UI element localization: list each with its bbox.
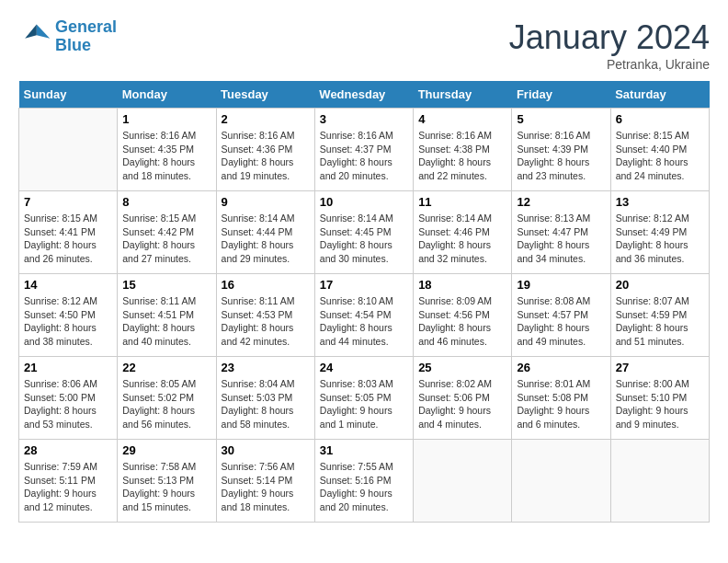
day-number: 27 (616, 361, 704, 374)
day-info: Sunrise: 8:11 AMSunset: 4:51 PMDaylight:… (122, 294, 210, 349)
calendar-cell: 31Sunrise: 7:55 AMSunset: 5:16 PMDayligh… (314, 440, 413, 523)
calendar-cell: 8Sunrise: 8:15 AMSunset: 4:42 PMDaylight… (118, 191, 216, 274)
day-info: Sunrise: 8:03 AMSunset: 5:05 PMDaylight:… (320, 377, 408, 431)
day-number: 25 (418, 361, 506, 374)
calendar-cell: 28Sunrise: 7:59 AMSunset: 5:11 PMDayligh… (19, 440, 118, 523)
svg-marker-1 (25, 24, 37, 38)
calendar-header: SundayMondayTuesdayWednesdayThursdayFrid… (19, 81, 710, 109)
day-number: 19 (517, 278, 605, 292)
logo-line1: General (55, 17, 117, 36)
logo: General Blue (18, 18, 117, 55)
calendar-cell: 22Sunrise: 8:05 AMSunset: 5:02 PMDayligh… (118, 357, 216, 440)
day-info: Sunrise: 8:07 AMSunset: 4:59 PMDaylight:… (616, 294, 704, 349)
day-number: 23 (222, 361, 310, 374)
calendar-cell: 12Sunrise: 8:13 AMSunset: 4:47 PMDayligh… (512, 191, 610, 274)
day-info: Sunrise: 8:14 AMSunset: 4:45 PMDaylight:… (320, 212, 408, 266)
calendar-cell: 18Sunrise: 8:09 AMSunset: 4:56 PMDayligh… (414, 274, 512, 357)
calendar-week-row: 28Sunrise: 7:59 AMSunset: 5:11 PMDayligh… (19, 440, 710, 523)
calendar-cell: 30Sunrise: 7:56 AMSunset: 5:14 PMDayligh… (216, 440, 314, 523)
day-info: Sunrise: 7:55 AMSunset: 5:16 PMDaylight:… (320, 460, 408, 514)
day-info: Sunrise: 8:14 AMSunset: 4:44 PMDaylight:… (222, 212, 310, 266)
calendar-week-row: 21Sunrise: 8:06 AMSunset: 5:00 PMDayligh… (19, 357, 710, 440)
title-block: January 2024 Petranka, Ukraine (509, 18, 710, 72)
day-number: 22 (122, 361, 210, 374)
day-info: Sunrise: 8:00 AMSunset: 5:10 PMDaylight:… (616, 377, 704, 431)
day-number: 30 (222, 443, 310, 457)
day-number: 11 (418, 195, 506, 209)
calendar-cell: 23Sunrise: 8:04 AMSunset: 5:03 PMDayligh… (216, 357, 314, 440)
day-number: 1 (122, 112, 210, 126)
day-number: 31 (320, 443, 408, 457)
weekday-header: Friday (512, 81, 610, 109)
day-info: Sunrise: 8:13 AMSunset: 4:47 PMDaylight:… (517, 212, 605, 266)
calendar-cell: 17Sunrise: 8:10 AMSunset: 4:54 PMDayligh… (314, 274, 413, 357)
calendar-table: SundayMondayTuesdayWednesdayThursdayFrid… (18, 81, 710, 523)
page-header: General Blue January 2024 Petranka, Ukra… (18, 18, 710, 72)
calendar-cell: 10Sunrise: 8:14 AMSunset: 4:45 PMDayligh… (314, 191, 413, 274)
svg-marker-0 (37, 24, 50, 38)
day-info: Sunrise: 7:56 AMSunset: 5:14 PMDaylight:… (222, 460, 310, 514)
calendar-cell: 5Sunrise: 8:16 AMSunset: 4:39 PMDaylight… (512, 109, 610, 191)
calendar-cell: 2Sunrise: 8:16 AMSunset: 4:36 PMDaylight… (216, 109, 314, 191)
day-number: 28 (24, 443, 112, 457)
calendar-cell: 13Sunrise: 8:12 AMSunset: 4:49 PMDayligh… (610, 191, 709, 274)
day-info: Sunrise: 8:09 AMSunset: 4:56 PMDaylight:… (418, 294, 506, 349)
day-info: Sunrise: 8:16 AMSunset: 4:39 PMDaylight:… (517, 129, 605, 183)
weekday-header-row: SundayMondayTuesdayWednesdayThursdayFrid… (19, 81, 710, 109)
weekday-header: Sunday (19, 81, 118, 109)
day-info: Sunrise: 8:10 AMSunset: 4:54 PMDaylight:… (320, 294, 408, 349)
day-number: 5 (517, 112, 605, 126)
day-number: 17 (320, 278, 408, 292)
weekday-header: Thursday (414, 81, 512, 109)
day-number: 7 (24, 195, 112, 209)
calendar-cell: 6Sunrise: 8:15 AMSunset: 4:40 PMDaylight… (610, 109, 709, 191)
calendar-cell: 29Sunrise: 7:58 AMSunset: 5:13 PMDayligh… (118, 440, 216, 523)
calendar-cell: 20Sunrise: 8:07 AMSunset: 4:59 PMDayligh… (610, 274, 709, 357)
calendar-cell: 11Sunrise: 8:14 AMSunset: 4:46 PMDayligh… (414, 191, 512, 274)
day-number: 6 (616, 112, 704, 126)
day-number: 14 (24, 278, 112, 292)
day-number: 29 (122, 443, 210, 457)
logo-icon (18, 20, 51, 53)
calendar-cell (19, 109, 118, 191)
calendar-cell: 27Sunrise: 8:00 AMSunset: 5:10 PMDayligh… (610, 357, 709, 440)
month-title: January 2024 (509, 18, 710, 57)
weekday-header: Saturday (610, 81, 709, 109)
day-info: Sunrise: 8:04 AMSunset: 5:03 PMDaylight:… (222, 377, 310, 431)
day-info: Sunrise: 8:16 AMSunset: 4:36 PMDaylight:… (222, 129, 310, 183)
day-info: Sunrise: 8:16 AMSunset: 4:38 PMDaylight:… (418, 129, 506, 183)
day-number: 20 (616, 278, 704, 292)
calendar-cell: 15Sunrise: 8:11 AMSunset: 4:51 PMDayligh… (118, 274, 216, 357)
calendar-cell: 19Sunrise: 8:08 AMSunset: 4:57 PMDayligh… (512, 274, 610, 357)
day-info: Sunrise: 8:15 AMSunset: 4:40 PMDaylight:… (616, 129, 704, 183)
day-number: 10 (320, 195, 408, 209)
day-info: Sunrise: 7:58 AMSunset: 5:13 PMDaylight:… (122, 460, 210, 514)
day-number: 24 (320, 361, 408, 374)
day-number: 8 (122, 195, 210, 209)
day-info: Sunrise: 8:02 AMSunset: 5:06 PMDaylight:… (418, 377, 506, 431)
calendar-cell: 7Sunrise: 8:15 AMSunset: 4:41 PMDaylight… (19, 191, 118, 274)
day-number: 3 (320, 112, 408, 126)
day-number: 15 (122, 278, 210, 292)
calendar-cell: 9Sunrise: 8:14 AMSunset: 4:44 PMDaylight… (216, 191, 314, 274)
day-info: Sunrise: 8:15 AMSunset: 4:42 PMDaylight:… (122, 212, 210, 266)
day-info: Sunrise: 8:12 AMSunset: 4:50 PMDaylight:… (24, 294, 112, 349)
calendar-cell: 1Sunrise: 8:16 AMSunset: 4:35 PMDaylight… (118, 109, 216, 191)
calendar-cell (414, 440, 512, 523)
day-number: 2 (222, 112, 310, 126)
calendar-cell: 14Sunrise: 8:12 AMSunset: 4:50 PMDayligh… (19, 274, 118, 357)
day-number: 13 (616, 195, 704, 209)
weekday-header: Wednesday (314, 81, 413, 109)
calendar-body: 1Sunrise: 8:16 AMSunset: 4:35 PMDaylight… (19, 109, 710, 523)
calendar-cell: 21Sunrise: 8:06 AMSunset: 5:00 PMDayligh… (19, 357, 118, 440)
weekday-header: Monday (118, 81, 216, 109)
calendar-cell: 26Sunrise: 8:01 AMSunset: 5:08 PMDayligh… (512, 357, 610, 440)
day-info: Sunrise: 8:12 AMSunset: 4:49 PMDaylight:… (616, 212, 704, 266)
day-number: 9 (222, 195, 310, 209)
calendar-cell: 16Sunrise: 8:11 AMSunset: 4:53 PMDayligh… (216, 274, 314, 357)
calendar-cell: 24Sunrise: 8:03 AMSunset: 5:05 PMDayligh… (314, 357, 413, 440)
calendar-cell: 3Sunrise: 8:16 AMSunset: 4:37 PMDaylight… (314, 109, 413, 191)
day-info: Sunrise: 8:14 AMSunset: 4:46 PMDaylight:… (418, 212, 506, 266)
day-info: Sunrise: 8:08 AMSunset: 4:57 PMDaylight:… (517, 294, 605, 349)
weekday-header: Tuesday (216, 81, 314, 109)
